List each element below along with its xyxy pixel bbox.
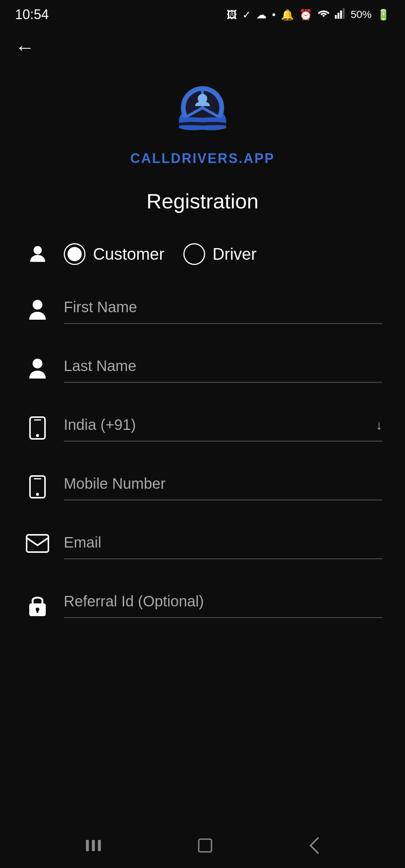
email-field <box>22 519 382 578</box>
battery-icon: 🔋 <box>377 9 390 21</box>
svg-rect-26 <box>98 840 101 851</box>
person-icon-role <box>22 244 52 265</box>
first-name-icon <box>22 295 52 321</box>
customer-label: Customer <box>93 245 165 263</box>
svg-point-19 <box>36 493 39 496</box>
clock-icon: ⏰ <box>299 9 312 21</box>
country-field: India (+91) ↓ <box>22 401 382 460</box>
signal-icon <box>335 8 345 21</box>
mobile-field <box>22 460 382 519</box>
svg-rect-1 <box>338 13 339 19</box>
first-name-input-container <box>64 295 382 324</box>
last-name-input[interactable] <box>64 354 382 383</box>
svg-rect-20 <box>27 535 48 552</box>
email-input-container <box>64 530 382 559</box>
svg-rect-2 <box>340 10 342 19</box>
role-selection-row: Customer Driver <box>22 232 382 284</box>
check-icon: ✓ <box>242 9 251 21</box>
status-time: 10:54 <box>15 7 49 22</box>
customer-radio-circle[interactable] <box>64 243 86 265</box>
mail-icon <box>26 534 49 553</box>
status-bar: 10:54 🖼 ✓ ☁ • 🔔 ⏰ 50% 🔋 <box>0 0 405 26</box>
svg-rect-0 <box>335 15 337 19</box>
last-name-field <box>22 343 382 401</box>
status-icons: 🖼 ✓ ☁ • 🔔 ⏰ 50% 🔋 <box>226 8 390 21</box>
menu-icon <box>84 838 103 853</box>
referral-input-container <box>64 589 382 618</box>
email-input[interactable] <box>64 530 382 559</box>
svg-point-16 <box>36 434 39 437</box>
app-logo <box>169 76 236 143</box>
back-arrow-icon: ← <box>15 36 34 58</box>
driver-label: Driver <box>213 245 256 263</box>
country-selector-container[interactable]: India (+91) ↓ <box>64 413 382 441</box>
person-icon-lastname <box>28 358 47 380</box>
mobile-phone-icon <box>22 471 52 498</box>
app-name: CALLDRIVERS.APP <box>130 151 274 166</box>
chevron-down-icon: ↓ <box>376 417 382 433</box>
logo-container <box>169 76 236 143</box>
driver-radio[interactable]: Driver <box>183 243 256 265</box>
person-icon-firstname <box>28 299 47 321</box>
referral-input[interactable] <box>64 589 382 618</box>
first-name-input[interactable] <box>64 295 382 324</box>
bottom-navigation <box>0 823 405 868</box>
svg-rect-15 <box>34 419 41 421</box>
back-button[interactable]: ← <box>0 26 405 68</box>
phone-icon-country <box>29 416 46 440</box>
country-value: India (+91) <box>64 416 136 433</box>
user-icon <box>27 244 48 265</box>
form-section: Customer Driver <box>0 232 405 637</box>
customer-radio-inner <box>68 247 82 261</box>
battery-text: 50% <box>351 9 372 21</box>
nav-menu-button[interactable] <box>76 831 110 861</box>
svg-point-12 <box>33 300 42 310</box>
svg-rect-3 <box>343 8 345 19</box>
alarm-icon: 🔔 <box>281 9 294 21</box>
gallery-icon: 🖼 <box>226 9 237 21</box>
page-title: Registration <box>0 181 405 232</box>
svg-point-11 <box>33 246 42 254</box>
first-name-field <box>22 284 382 343</box>
last-name-icon <box>22 354 52 380</box>
phone-icon-mobile <box>29 475 46 498</box>
cloud-icon: ☁ <box>256 9 267 21</box>
home-icon <box>196 836 214 855</box>
logo-section: CALLDRIVERS.APP <box>0 68 405 181</box>
wifi-icon <box>318 8 330 21</box>
driver-radio-circle[interactable] <box>183 243 205 265</box>
customer-radio[interactable]: Customer <box>64 243 165 265</box>
back-nav-icon <box>308 836 321 855</box>
referral-field <box>22 578 382 637</box>
svg-rect-27 <box>199 839 212 852</box>
mobile-input-container <box>64 471 382 500</box>
svg-rect-24 <box>86 840 89 851</box>
svg-rect-23 <box>37 609 39 613</box>
country-dropdown[interactable]: India (+91) ↓ <box>64 413 382 441</box>
last-name-input-container <box>64 354 382 383</box>
svg-rect-18 <box>34 478 41 479</box>
svg-rect-25 <box>92 840 95 851</box>
mobile-input[interactable] <box>64 471 382 500</box>
country-phone-icon <box>22 413 52 440</box>
lock-icon <box>28 593 47 617</box>
dot-icon: • <box>272 9 276 21</box>
nav-back-button[interactable] <box>300 829 328 862</box>
referral-lock-icon <box>22 589 52 617</box>
nav-home-button[interactable] <box>188 829 222 862</box>
role-options: Customer Driver <box>64 243 256 265</box>
email-icon <box>22 530 52 553</box>
svg-point-13 <box>33 359 42 368</box>
